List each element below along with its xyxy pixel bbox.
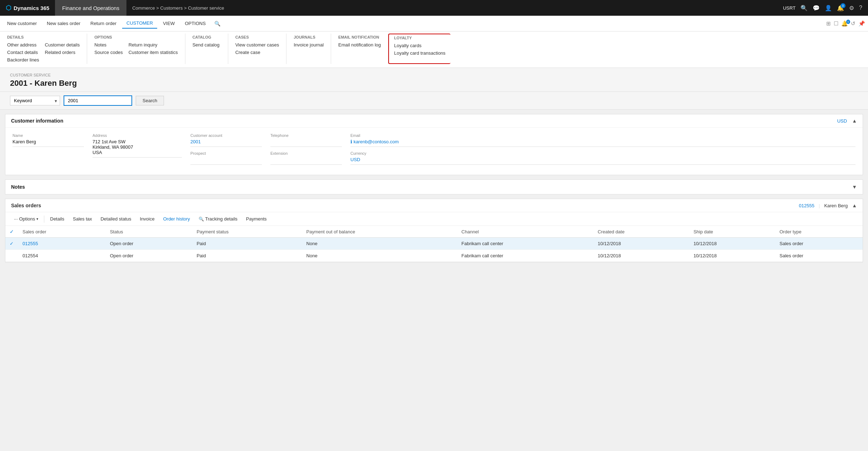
col-status: Status <box>106 226 193 238</box>
sales-orders-title: Sales orders <box>11 203 41 208</box>
row2-order-type: Sales order <box>775 250 863 262</box>
ribbon-customer-details[interactable]: Customer details <box>45 42 80 48</box>
new-customer-button[interactable]: New customer <box>3 19 41 28</box>
pin-icon[interactable]: 📌 <box>858 20 865 27</box>
notes-header[interactable]: Notes ▼ <box>5 180 863 194</box>
view-tab[interactable]: VIEW <box>159 19 179 28</box>
command-bar: New customer New sales order Return orde… <box>0 16 868 31</box>
window-icon[interactable]: ☐ <box>834 20 838 27</box>
ribbon-source-codes[interactable]: Source codes <box>94 50 123 55</box>
ribbon-group-cases: CASES View customer cases Create case <box>228 34 287 64</box>
table-row[interactable]: 012554 Open order Paid None Fabrikam cal… <box>5 250 863 262</box>
options-label: ··· Options <box>14 216 35 222</box>
notifications-button[interactable]: 🔔 0 <box>837 5 844 11</box>
ribbon-loyalty-items: Loyalty cards Loyalty card transactions <box>394 43 445 56</box>
so-customer-link: Karen Berg <box>824 203 848 208</box>
currency-value[interactable]: USD <box>350 157 855 165</box>
ribbon-notes[interactable]: Notes <box>94 42 123 48</box>
ribbon-loyalty-card-transactions[interactable]: Loyalty card transactions <box>394 50 445 56</box>
top-bar: ⬡ Dynamics 365 Finance and Operations Co… <box>0 0 868 16</box>
ribbon-loyalty-cards[interactable]: Loyalty cards <box>394 43 445 48</box>
customer-info-body: Name Karen Berg Address 712 1st Ave SW K… <box>5 128 863 175</box>
app-name[interactable]: Finance and Operations <box>55 0 126 16</box>
user-label[interactable]: USRT <box>783 5 795 11</box>
col-created-date: Created date <box>593 226 689 238</box>
ribbon-create-case[interactable]: Create case <box>235 50 279 55</box>
settings-icon[interactable]: ⚙ <box>849 5 854 11</box>
ribbon-customer-item-stats[interactable]: Customer item statistics <box>129 50 178 55</box>
customer-tab[interactable]: CUSTOMER <box>122 18 157 29</box>
options-tab[interactable]: OPTIONS <box>180 19 210 28</box>
row1-channel: Fabrikam call center <box>457 238 593 250</box>
table-row[interactable]: ✓ 012555 Open order Paid None Fabrikam c… <box>5 238 863 250</box>
row1-order-link[interactable]: 012555 <box>23 241 38 246</box>
extension-label: Extension <box>270 151 342 155</box>
ribbon-invoice-journal[interactable]: Invoice journal <box>294 42 324 48</box>
ribbon-return-inquiry[interactable]: Return inquiry <box>129 42 178 48</box>
ribbon-related-orders[interactable]: Related orders <box>45 50 80 55</box>
ribbon-group-catalog-title: CATALOG <box>193 35 221 39</box>
telephone-extension-col: Telephone Extension <box>270 133 342 169</box>
collapse-icon[interactable]: ▲ <box>852 118 857 124</box>
account-value[interactable]: 2001 <box>190 139 262 147</box>
refresh-icon[interactable]: ↺ <box>851 20 855 27</box>
customer-info-grid: Name Karen Berg Address 712 1st Ave SW K… <box>13 133 855 169</box>
sales-orders-table: ✓ Sales order Status Payment status Paym… <box>5 226 863 262</box>
order-history-button[interactable]: Order history <box>159 214 194 223</box>
return-order-button[interactable]: Return order <box>86 19 121 28</box>
so-collapse-icon[interactable]: ▲ <box>852 203 857 208</box>
new-sales-order-button[interactable]: New sales order <box>43 19 85 28</box>
select-all-checkbox[interactable]: ✓ <box>10 229 14 234</box>
ribbon-contact-details[interactable]: Contact details <box>7 50 39 55</box>
row2-order-link[interactable]: 012554 <box>23 253 38 258</box>
brand-area: ⬡ Dynamics 365 Finance and Operations <box>0 0 126 16</box>
search-type-select[interactable]: Keyword <box>10 96 60 105</box>
ribbon-group-email-title: EMAIL NOTIFICATION <box>338 35 381 39</box>
ribbon-view-customer-cases[interactable]: View customer cases <box>235 42 279 48</box>
row2-order-id: 012554 <box>18 250 106 262</box>
name-label: Name <box>13 133 84 138</box>
email-info-icon: ℹ <box>350 139 352 144</box>
customer-info-header[interactable]: Customer information USD ▲ <box>5 114 863 128</box>
telephone-label: Telephone <box>270 133 342 138</box>
bell-badge-icon[interactable]: 🔔0 <box>841 20 848 27</box>
notes-collapse-icon[interactable]: ▼ <box>852 184 857 190</box>
email-link[interactable]: karenb@contoso.com <box>354 139 399 144</box>
detailed-status-button[interactable]: Detailed status <box>96 214 135 223</box>
sales-tax-button[interactable]: Sales tax <box>69 214 96 223</box>
currency-link[interactable]: USD <box>837 118 847 124</box>
ribbon-other-address[interactable]: Other address <box>7 42 39 48</box>
help-icon[interactable]: ? <box>859 5 862 11</box>
payments-button[interactable]: Payments <box>242 214 271 223</box>
invoice-button[interactable]: Invoice <box>135 214 159 223</box>
options-button[interactable]: ··· Options ▾ <box>10 214 43 223</box>
search-type-wrapper: Keyword <box>10 96 60 105</box>
command-search-icon[interactable]: 🔍 <box>211 19 223 29</box>
grid-icon[interactable]: ⊞ <box>826 20 831 27</box>
chat-icon[interactable]: 💬 <box>813 5 820 11</box>
search-icon[interactable]: 🔍 <box>800 5 808 11</box>
tracking-details-button[interactable]: 🔍 Tracking details <box>194 214 242 223</box>
row1-order-id: 012555 <box>18 238 106 250</box>
ribbon-backorder-lines[interactable]: Backorder lines <box>7 57 39 63</box>
tracking-details-label: Tracking details <box>205 216 238 222</box>
so-order-link[interactable]: 012555 <box>799 203 814 208</box>
toolbar-divider-1 <box>44 215 44 223</box>
search-button[interactable]: Search <box>136 96 164 105</box>
row1-check: ✓ <box>5 238 18 250</box>
ribbon-options-col2: Return inquiry Customer item statistics <box>129 42 178 55</box>
ribbon-options-col1: Notes Source codes <box>94 42 123 55</box>
details-button[interactable]: Details <box>46 214 69 223</box>
ribbon-catalog-col1: Send catalog <box>193 42 220 48</box>
row1-ship: 10/12/2018 <box>689 238 775 250</box>
ribbon-send-catalog[interactable]: Send catalog <box>193 42 220 48</box>
account-prospect-col: Customer account 2001 Prospect <box>190 133 262 169</box>
search-input[interactable] <box>64 95 132 106</box>
so-header-divider: | <box>819 203 820 208</box>
person-icon[interactable]: 👤 <box>825 5 832 11</box>
table-header-row: ✓ Sales order Status Payment status Paym… <box>5 226 863 238</box>
dynamics-logo[interactable]: ⬡ Dynamics 365 <box>0 0 55 16</box>
breadcrumb: Commerce > Customers > Customer service <box>126 5 777 11</box>
ribbon-email-notification-log[interactable]: Email notification log <box>338 42 381 48</box>
sales-orders-table-wrap: ✓ Sales order Status Payment status Paym… <box>5 226 863 262</box>
